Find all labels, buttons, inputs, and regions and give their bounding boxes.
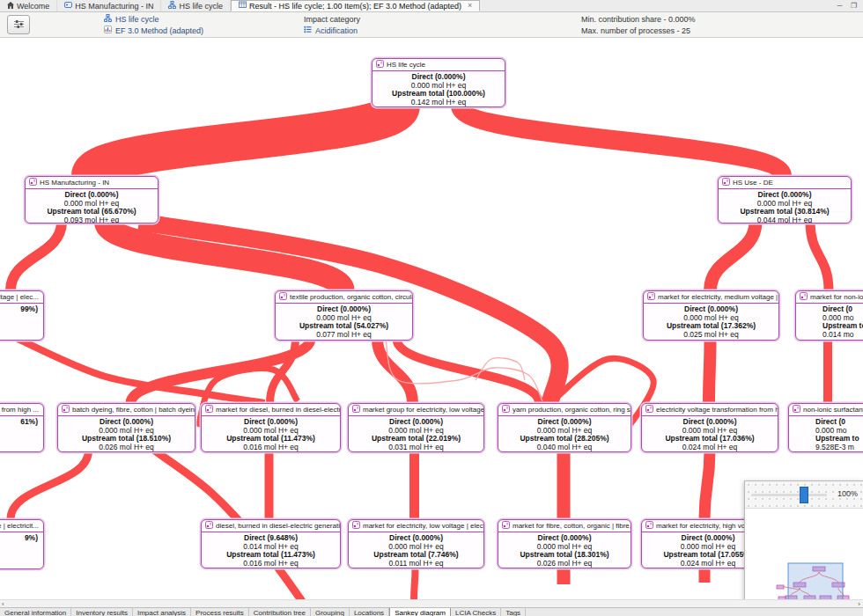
node-title: market for non-ionic: [810, 293, 863, 301]
node-value-line: 0.024 mol H+ eq: [643, 444, 777, 452]
sankey-flow: [704, 451, 710, 519]
node-share-line: 99%): [0, 305, 38, 314]
process-icon: [205, 521, 213, 531]
sankey-node-market-diesel[interactable]: market for diesel, burned in diesel-elec…: [201, 403, 341, 452]
sankey-node-fibre-market[interactable]: market for fibre, cotton, organic | fibr…: [498, 519, 631, 568]
header-settings-column: Min. contribution share - 0.000% Max. nu…: [581, 13, 696, 36]
result-tab-lcia-checks[interactable]: LCIA Checks: [451, 608, 501, 616]
result-tab-grouping[interactable]: Grouping: [311, 608, 350, 616]
result-tab-contribution-tree[interactable]: Contribution tree: [249, 608, 311, 616]
sankey-node-manufacturing[interactable]: HS Manufacturing - INDirect (0.000%)0.00…: [25, 176, 159, 224]
result-tab-sankey-diagram[interactable]: Sankey diagram: [389, 608, 451, 616]
sankey-node-left-transform[interactable]: ion from high ...61%): [0, 403, 44, 452]
node-share-line: 9%): [0, 534, 38, 543]
editor-tab-label: Result - HS life cycle; 1.00 Item(s); EF…: [249, 2, 461, 11]
node-title: market for electricity, medium voltage |…: [658, 293, 778, 301]
sankey-node-nonionic-surfactant[interactable]: non-ionic surfactantDirect (00.000 moUps…: [788, 403, 863, 452]
node-title: yarn production, organic cotton, ring sp…: [513, 406, 631, 414]
process-icon: [352, 521, 360, 531]
process-icon: [793, 405, 800, 414]
window-controls: ─ ❐: [836, 0, 863, 11]
process-icon: [645, 521, 653, 531]
sankey-node-elec-low[interactable]: market for electricity, low voltage | el…: [348, 519, 484, 568]
restore-icon[interactable]: ❐: [850, 2, 858, 10]
impact-category-value[interactable]: Acidification: [315, 26, 358, 35]
impact-method-icon: [104, 26, 112, 35]
product-system-icon: [168, 1, 176, 11]
impact-method-link[interactable]: EF 3.0 Method (adapted): [115, 26, 203, 35]
close-icon[interactable]: ×: [468, 2, 472, 10]
sankey-node-nonionic-market[interactable]: market for non-ionicDirect (00.000 moUps…: [795, 290, 863, 341]
node-title: HS Use - DE: [733, 179, 773, 187]
node-title: voltage | elec...: [0, 293, 39, 301]
process-icon: [29, 178, 37, 187]
result-tab-tags[interactable]: Tags: [501, 608, 526, 616]
node-title: non-ionic surfactant: [803, 406, 863, 414]
zoom-slider[interactable]: 100%: [745, 481, 863, 509]
sankey-node-left-elec-high[interactable]: voltage | elec...99%): [0, 290, 44, 341]
product-system-link[interactable]: HS life cycle: [115, 15, 159, 24]
zoom-slider-handle[interactable]: [800, 487, 808, 503]
process-icon: [722, 178, 730, 187]
node-value-line: 0.016 mol H+ eq: [203, 560, 339, 568]
sankey-node-lifecycle[interactable]: HS life cycleDirect (0.000%)0.000 mol H+…: [372, 58, 505, 107]
node-title: HS Manufacturing - IN: [40, 179, 109, 187]
result-tab-inventory-results[interactable]: Inventory results: [71, 608, 133, 616]
sankey-node-diesel-burned[interactable]: diesel, burned in diesel-electric genera…: [201, 519, 341, 568]
process-icon: [279, 292, 287, 302]
sankey-node-batch-dyeing[interactable]: batch dyeing, fibre, cotton | batch dyei…: [57, 403, 195, 452]
node-value-line: 0.014 mo: [822, 331, 863, 340]
sankey-flow: [711, 222, 756, 290]
editor-tab-label: HS Manufacturing - IN: [75, 2, 153, 11]
node-value-line: 0.142 mol H+ eq: [373, 99, 504, 107]
result-tab-general-information[interactable]: General information: [0, 608, 71, 616]
node-title: market for electricity, low voltage | el…: [363, 522, 483, 530]
sankey-node-yarn[interactable]: yarn production, organic cotton, ring sp…: [498, 403, 631, 452]
node-value-line: 0.077 mol H+ eq: [277, 331, 411, 340]
sankey-node-elec-medium[interactable]: market for electricity, medium voltage |…: [643, 290, 779, 341]
process-icon: [647, 292, 655, 302]
sankey-node-market-group-elec[interactable]: market group for electricity, low voltag…: [348, 403, 484, 452]
result-tab-locations[interactable]: Locations: [350, 608, 389, 616]
node-value-line: 0.093 mol H+ eq: [26, 216, 157, 224]
sankey-node-textile[interactable]: textile production, organic cotton, circ…: [275, 290, 413, 341]
sankey-flow: [709, 339, 711, 403]
sankey-node-elec-transform[interactable]: electricity voltage transformation from …: [641, 403, 778, 452]
openlca-window: WelcomeHS Manufacturing - INHS life cycl…: [0, 0, 863, 616]
min-contribution-share: Min. contribution share - 0.000%: [581, 15, 696, 24]
editor-tab[interactable]: Welcome: [0, 0, 57, 11]
sankey-canvas[interactable]: HS life cycleDirect (0.000%)0.000 mol H+…: [0, 37, 863, 599]
result-tab-process-results[interactable]: Process results: [191, 608, 249, 616]
node-title: market group for electricity, low voltag…: [363, 406, 483, 414]
node-title: batch dyeing, fibre, cotton | batch dyei…: [72, 406, 195, 414]
editor-tab-label: Welcome: [17, 2, 49, 11]
node-title: market for fibre, cotton, organic | fibr…: [513, 522, 631, 530]
minimap-viewport[interactable]: [788, 563, 843, 599]
minimap-panel: 100%: [744, 480, 863, 599]
process-icon: [62, 405, 70, 414]
sankey-flow: [397, 339, 540, 403]
editor-tab[interactable]: HS Manufacturing - IN: [57, 0, 161, 11]
sankey-header: HS life cycle EF 3.0 Method (adapted) Im…: [0, 11, 863, 38]
editor-tab[interactable]: HS life cycle: [161, 0, 231, 11]
minimap-overview[interactable]: [745, 509, 863, 599]
sankey-node-use-de[interactable]: HS Use - DEDirect (0.000%)0.000 mol H+ e…: [718, 176, 852, 224]
zoom-slider-track[interactable]: [751, 494, 827, 496]
minimize-icon[interactable]: ─: [836, 2, 844, 10]
node-value-line: 0.011 mol H+ eq: [350, 560, 483, 568]
sankey-flow: [414, 567, 416, 599]
process-icon: [352, 405, 360, 414]
node-title: electricity voltage transformation from …: [656, 406, 778, 414]
sankey-flow: [11, 222, 62, 290]
result-tab-impact-analysis[interactable]: Impact analysis: [133, 608, 191, 616]
sankey-node-left-low[interactable]: tage | electricit...9%): [0, 519, 44, 569]
process-icon: [502, 521, 510, 531]
header-system-column: HS life cycle EF 3.0 Method (adapted): [104, 13, 203, 36]
diagram-settings-button[interactable]: [7, 15, 30, 34]
editor-tab[interactable]: Result - HS life cycle; 1.00 Item(s); EF…: [231, 0, 480, 11]
process-icon: [205, 405, 213, 414]
minimap-thumbnail: [745, 509, 861, 599]
node-value-line: 0.031 mol H+ eq: [350, 444, 483, 452]
max-processes: Max. number of processes - 25: [581, 26, 690, 35]
process-icon: [502, 405, 510, 414]
